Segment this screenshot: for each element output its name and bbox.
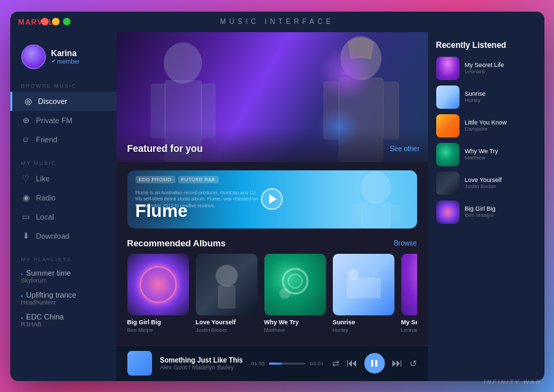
profile-badge: ✔ member	[51, 58, 80, 65]
prev-button[interactable]: ⏮	[347, 357, 357, 369]
hero-glow-purple	[318, 46, 373, 101]
album-art-0	[127, 254, 189, 315]
shuffle-button[interactable]: ⇄	[332, 358, 340, 369]
avatar	[21, 44, 46, 69]
featured-tags: EDO PROMO FUTURE R&B	[136, 176, 219, 183]
profile-section: Karina ✔ member	[10, 39, 116, 77]
svg-rect-17	[347, 278, 381, 298]
play-icon	[269, 194, 277, 204]
album-art-1	[196, 254, 257, 315]
heart-icon: ♡	[21, 174, 31, 183]
featured-banner: EDO PROMO FUTURE R&B Flume Flume is an A…	[127, 170, 417, 228]
download-icon: ⬇	[21, 231, 31, 241]
signal-icon: ◉	[21, 193, 31, 202]
svg-point-0	[164, 42, 202, 83]
sidebar-item-private-fm[interactable]: ⊕ Private FM	[10, 111, 116, 130]
album-card-2[interactable]: Why We Try Matthew	[264, 254, 326, 333]
recent-item-0[interactable]: My Secret Life Leonard	[436, 57, 536, 80]
player-artist: Alex Goot / Madelyn Bailey	[160, 364, 243, 371]
recent-item-1[interactable]: Sunrise Hurley	[436, 86, 536, 109]
hero-featured-label: Featured for you	[127, 143, 203, 154]
recent-info-5: Big Girl Big Ben Maaijor	[465, 205, 496, 218]
sidebar-item-radio[interactable]: ◉ Radio	[10, 188, 116, 207]
main-layout: Karina ✔ member BROWSE MUSIC ◎ Discover …	[10, 32, 544, 381]
svg-rect-10	[352, 205, 362, 224]
album-art-2	[264, 254, 326, 315]
playlist-item-2[interactable]: • EDC China R3HAB	[10, 309, 116, 331]
recent-info-3: Why We Try Matthew	[465, 148, 499, 161]
recommended-title: Recommended Albums	[127, 238, 226, 248]
svg-rect-11	[390, 205, 400, 224]
app-title: MUSIC INTERFACE	[220, 18, 333, 25]
album-artist-0: Ben Meijer	[127, 327, 189, 333]
recent-info-2: Little You Know Campsite	[465, 119, 507, 132]
see-other-link[interactable]: See other	[390, 142, 419, 154]
featured-description: Flume is an Australian record producer, …	[136, 190, 259, 209]
sidebar-item-local[interactable]: ▭ Local	[10, 207, 116, 226]
player-controls: ⇄ ⏮ ⏭ ↺	[332, 353, 417, 374]
recent-item-5[interactable]: Big Girl Big Ben Maaijor	[436, 200, 536, 224]
play-pause-button[interactable]	[364, 353, 385, 374]
title-bar: MARVEL MUSIC INTERFACE	[10, 12, 544, 32]
radio-icon: ⊕	[21, 116, 31, 125]
next-button[interactable]: ⏭	[392, 357, 403, 369]
right-panel: Recently Listened My Secret Life Leonard…	[428, 32, 544, 381]
svg-point-18	[348, 269, 359, 280]
playlist-item-1[interactable]: • Uplifting trance Headhunterz	[10, 287, 116, 309]
browse-link[interactable]: Browse	[394, 239, 416, 247]
profile-info: Karina ✔ member	[51, 49, 80, 65]
profile-name: Karina	[51, 49, 80, 58]
recent-art-5	[436, 200, 459, 224]
recent-info-1: Sunrise Hurley	[465, 90, 486, 103]
minimize-dot[interactable]	[52, 18, 60, 25]
app-window: MARVEL MUSIC INTERFACE Karina ✔ member	[10, 12, 544, 381]
main-content: Featured for you See other EDO PROMO FUT…	[116, 32, 428, 381]
recent-item-4[interactable]: Love Yourself Justin Bieber	[436, 172, 536, 195]
recent-info-0: My Secret Life Leonard	[465, 62, 505, 75]
svg-point-15	[288, 274, 302, 288]
recent-list: My Secret Life Leonard Sunrise Hurley	[436, 57, 536, 373]
recent-art-4	[436, 172, 459, 195]
sidebar-item-like[interactable]: ♡ Like	[10, 169, 116, 188]
albums-grid: Big Girl Big Ben Meijer Love Yourself Ju…	[127, 254, 417, 339]
album-art-3	[333, 254, 394, 315]
featured-person	[335, 170, 417, 228]
recent-art-1	[436, 86, 459, 109]
progress-fill	[269, 363, 282, 365]
svg-point-16	[279, 288, 290, 299]
my-music-label: MY MUSIC	[10, 155, 116, 169]
player-bar: Something Just Like This Alex Goot / Mad…	[116, 345, 428, 381]
recent-item-2[interactable]: Little You Know Campsite	[436, 114, 536, 138]
play-button[interactable]	[261, 188, 283, 210]
album-title-0: Big Girl Big	[127, 319, 189, 326]
player-info: Something Just Like This Alex Goot / Mad…	[160, 356, 243, 371]
album-card-3[interactable]: Sunrise Hurley	[333, 254, 394, 333]
svg-rect-9	[361, 202, 391, 228]
album-card-0[interactable]: Big Girl Big Ben Meijer	[127, 254, 189, 333]
player-thumbnail	[127, 351, 152, 376]
sidebar-item-discover[interactable]: ◎ Discover	[10, 92, 116, 111]
album-card-4[interactable]: My Secret Life Leonard	[401, 254, 417, 333]
recent-item-3[interactable]: Why We Try Matthew	[436, 143, 536, 166]
recent-info-4: Love Yourself Justin Bieber	[465, 177, 502, 190]
progress-bar[interactable]	[269, 363, 306, 365]
album-art-4	[401, 254, 417, 315]
maximize-dot[interactable]	[63, 18, 71, 25]
svg-point-8	[361, 171, 391, 204]
album-card-1[interactable]: Love Yourself Justin Bieber	[196, 254, 257, 333]
sidebar-item-download[interactable]: ⬇ Download	[10, 226, 116, 246]
discover-icon: ◎	[23, 96, 33, 106]
recent-art-3	[436, 143, 459, 166]
time-current: 01:55	[251, 361, 265, 367]
playlists-label: MY PLAYLISTS	[10, 251, 116, 265]
friend-icon: ☺	[21, 135, 31, 144]
pause-icon	[371, 360, 377, 367]
close-dot[interactable]	[41, 18, 49, 25]
window-controls	[41, 18, 71, 25]
repeat-button[interactable]: ↺	[410, 358, 417, 369]
hero-section: Featured for you See other	[116, 32, 428, 162]
sidebar-item-friend[interactable]: ☺ Friend	[10, 130, 116, 149]
sidebar: Karina ✔ member BROWSE MUSIC ◎ Discover …	[10, 32, 116, 381]
playlist-item-0[interactable]: • Summer time Skylorum	[10, 265, 116, 287]
time-total: 03:01	[310, 361, 323, 367]
